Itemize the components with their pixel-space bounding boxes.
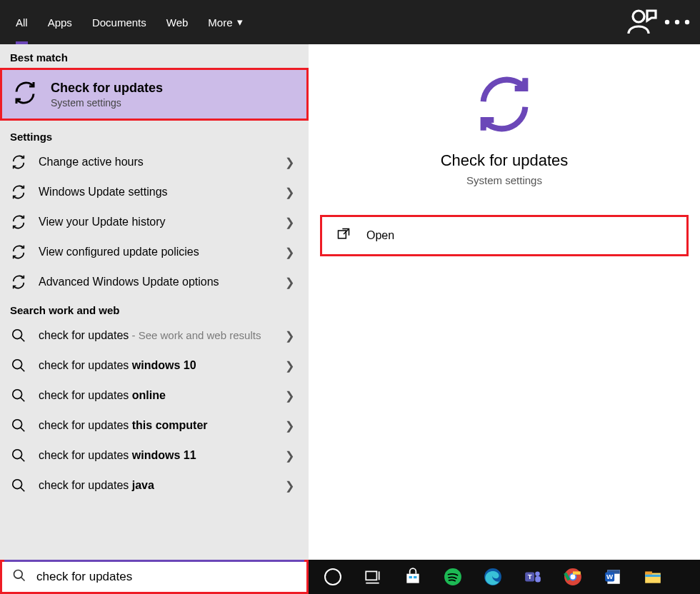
search-box[interactable] <box>0 560 309 594</box>
tab-more[interactable]: More▾ <box>198 0 252 44</box>
svg-line-11 <box>21 428 25 432</box>
chevron-down-icon: ▾ <box>237 16 243 29</box>
feedback-icon[interactable] <box>626 0 660 44</box>
item-label: Change active hours <box>39 156 274 168</box>
item-label: Windows Update settings <box>39 186 274 198</box>
sync-icon <box>309 73 700 139</box>
item-label: check for updates java <box>39 479 274 492</box>
item-label: View your Update history <box>39 216 274 228</box>
svg-rect-19 <box>366 571 376 580</box>
svg-point-32 <box>571 575 576 580</box>
svg-line-13 <box>21 458 25 462</box>
tab-apps[interactable]: Apps <box>38 0 82 44</box>
item-label: Advanced Windows Update options <box>39 276 274 288</box>
word-icon[interactable]: W <box>594 563 631 591</box>
chevron-right-icon: ❯ <box>285 479 299 493</box>
search-icon <box>10 418 27 433</box>
search-icon <box>10 388 27 403</box>
detail-title: Check for updates <box>309 151 700 170</box>
web-search-item[interactable]: check for updates windows 10❯ <box>0 351 309 381</box>
spotify-icon[interactable] <box>434 563 471 591</box>
open-icon <box>336 227 351 244</box>
chevron-right-icon: ❯ <box>285 156 299 169</box>
svg-rect-16 <box>339 231 346 238</box>
item-label: check for updates online <box>39 389 274 402</box>
svg-line-15 <box>21 488 25 492</box>
sync-icon <box>10 154 27 170</box>
tab-web[interactable]: Web <box>156 0 199 44</box>
svg-point-8 <box>13 390 22 399</box>
svg-line-9 <box>21 398 25 402</box>
store-icon[interactable] <box>394 563 431 591</box>
settings-item[interactable]: Windows Update settings❯ <box>0 177 309 207</box>
item-label: check for updates - See work and web res… <box>39 329 274 342</box>
detail-panel: Check for updates System settings Open <box>309 44 700 560</box>
chevron-right-icon: ❯ <box>285 389 299 403</box>
results-panel: Best match Check for updates System sett… <box>0 44 309 560</box>
svg-rect-39 <box>645 575 661 577</box>
item-label: check for updates windows 11 <box>39 449 274 462</box>
svg-point-4 <box>13 330 22 339</box>
cortana-icon[interactable] <box>314 563 351 591</box>
sync-icon <box>10 184 27 200</box>
web-search-item[interactable]: check for updates this computer❯ <box>0 411 309 441</box>
chevron-right-icon: ❯ <box>285 449 299 463</box>
settings-item[interactable]: View your Update history❯ <box>0 207 309 237</box>
section-settings: Settings <box>0 124 309 147</box>
teams-icon[interactable]: T <box>514 563 551 591</box>
search-icon <box>10 358 27 373</box>
web-search-item[interactable]: check for updates java❯ <box>0 470 309 500</box>
edge-icon[interactable] <box>474 563 511 591</box>
web-search-item[interactable]: check for updates windows 11❯ <box>0 441 309 470</box>
svg-text:W: W <box>606 573 614 580</box>
task-view-icon[interactable] <box>354 563 391 591</box>
svg-line-18 <box>21 578 25 581</box>
web-search-item[interactable]: check for updates online❯ <box>0 381 309 411</box>
chevron-right-icon: ❯ <box>285 216 299 229</box>
explorer-icon[interactable] <box>634 563 671 591</box>
item-label: check for updates this computer <box>39 419 274 432</box>
svg-point-10 <box>13 420 22 429</box>
chrome-icon[interactable] <box>554 563 591 591</box>
web-search-item[interactable]: check for updates - See work and web res… <box>0 321 309 351</box>
svg-point-3 <box>685 20 689 24</box>
search-icon <box>12 568 26 585</box>
sync-icon <box>12 80 38 109</box>
open-label: Open <box>366 229 394 242</box>
search-icon <box>10 478 27 493</box>
search-icon <box>10 448 27 463</box>
svg-point-1 <box>665 20 669 24</box>
more-options-icon[interactable] <box>660 0 694 44</box>
best-match-result[interactable]: Check for updates System settings <box>0 68 309 121</box>
svg-rect-22 <box>409 576 412 578</box>
search-filter-bar: All Apps Documents Web More▾ <box>0 0 700 44</box>
svg-rect-38 <box>645 571 652 574</box>
chevron-right-icon: ❯ <box>285 329 299 343</box>
svg-text:T: T <box>528 573 532 580</box>
sync-icon <box>10 244 27 260</box>
svg-line-7 <box>21 368 25 372</box>
svg-point-6 <box>13 360 22 369</box>
settings-item[interactable]: View configured update policies❯ <box>0 237 309 267</box>
chevron-right-icon: ❯ <box>285 419 299 433</box>
section-best-match: Best match <box>0 44 309 68</box>
best-match-subtitle: System settings <box>51 97 163 109</box>
detail-subtitle: System settings <box>309 174 700 186</box>
chevron-right-icon: ❯ <box>285 186 299 199</box>
chevron-right-icon: ❯ <box>285 246 299 259</box>
svg-point-28 <box>535 571 540 576</box>
svg-point-12 <box>13 450 22 459</box>
search-input[interactable] <box>36 570 296 584</box>
open-button[interactable]: Open <box>320 215 689 256</box>
svg-point-0 <box>633 11 644 22</box>
sync-icon <box>10 214 27 230</box>
tab-documents[interactable]: Documents <box>82 0 156 44</box>
item-label: View configured update policies <box>39 246 274 258</box>
section-search-web: Search work and web <box>0 297 309 321</box>
settings-item[interactable]: Change active hours❯ <box>0 147 309 177</box>
tab-all[interactable]: All <box>6 0 38 44</box>
search-icon <box>10 328 27 343</box>
svg-point-2 <box>675 20 679 24</box>
settings-item[interactable]: Advanced Windows Update options❯ <box>0 267 309 297</box>
taskbar: T W <box>309 560 700 594</box>
